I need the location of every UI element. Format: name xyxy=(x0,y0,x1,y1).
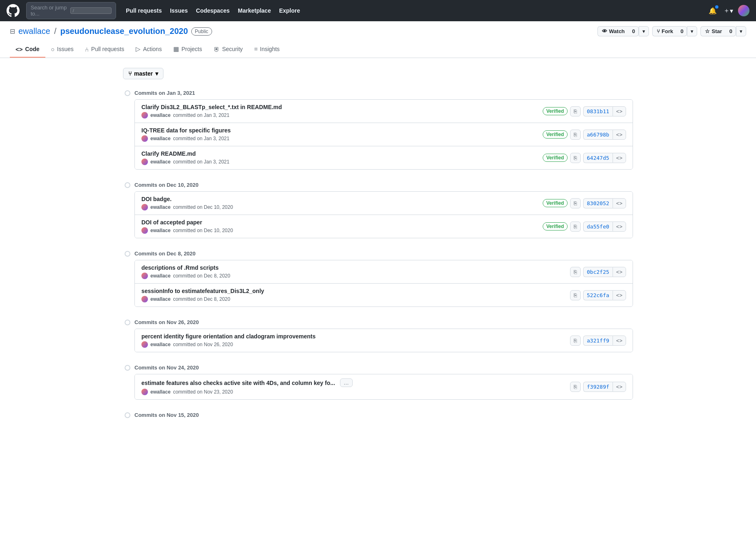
commit-hash-link[interactable]: 0831b11 xyxy=(583,106,613,116)
verified-badge[interactable]: Verified xyxy=(543,154,568,162)
commit-hash-group: 64247d5<> xyxy=(583,153,626,163)
copy-sha-button[interactable]: ⎘ xyxy=(570,290,581,300)
repo-name-link[interactable]: pseudonuclease_evolution_2020 xyxy=(60,27,188,36)
commit-author-name[interactable]: ewallace xyxy=(150,112,170,118)
codespaces-link[interactable]: Codespaces xyxy=(193,6,233,16)
browse-files-button[interactable]: <> xyxy=(613,153,626,163)
commit-author-name[interactable]: ewallace xyxy=(150,136,170,141)
commit-message-link[interactable]: IQ-TREE data for specific figures xyxy=(141,127,231,134)
commit-message-link[interactable]: percent identity figure orientation and … xyxy=(141,333,315,340)
star-button[interactable]: ☆ Star xyxy=(700,26,726,36)
commit-group: Commits on Nov 24, 2020estimate features… xyxy=(123,362,633,400)
search-bar[interactable]: Search or jump to... / xyxy=(26,2,116,19)
commit-message-link[interactable]: sessionInfo to estimatefeatures_Dis3L2_o… xyxy=(141,288,264,294)
commit-actions: ⎘0bc2f25<> xyxy=(570,267,626,277)
create-button[interactable]: ＋ ▾ xyxy=(722,5,735,17)
commit-date: committed on Nov 26, 2020 xyxy=(173,342,233,347)
commit-hash-link[interactable]: a321ff9 xyxy=(583,336,613,346)
watch-label: Watch xyxy=(609,28,625,34)
commit-hash-link[interactable]: 522c6fa xyxy=(583,290,613,300)
commit-hash-link[interactable]: da55fe0 xyxy=(583,222,613,232)
tab-issues[interactable]: ○ Issues xyxy=(45,41,80,58)
commit-message-link[interactable]: Clarify README.md xyxy=(141,150,196,157)
commit-message-link[interactable]: DOI of accepted paper xyxy=(141,219,202,226)
top-navigation: Search or jump to... / Pull requests Iss… xyxy=(0,0,756,21)
commit-message: descriptions of .Rmd scripts xyxy=(141,264,570,271)
fork-button[interactable]: ⑂ Fork xyxy=(652,26,677,36)
commit-author-name[interactable]: ewallace xyxy=(150,228,170,233)
watch-count[interactable]: 0 xyxy=(629,26,639,36)
github-logo[interactable] xyxy=(7,4,20,17)
verified-badge[interactable]: Verified xyxy=(543,107,568,115)
commit-author-name[interactable]: ewallace xyxy=(150,342,170,347)
commit-author-avatar xyxy=(141,204,148,210)
commit-hash-group: 522c6fa<> xyxy=(583,290,626,300)
repo-header: ⊟ ewallace / pseudonuclease_evolution_20… xyxy=(0,21,756,58)
browse-files-button[interactable]: <> xyxy=(613,290,626,300)
commit-author-name[interactable]: ewallace xyxy=(150,159,170,165)
tab-pull-requests[interactable]: ⑃ Pull requests xyxy=(79,41,130,58)
commit-author-name[interactable]: ewallace xyxy=(150,296,170,302)
watch-dropdown[interactable]: ▾ xyxy=(639,26,649,36)
commit-info: DOI badge.ewallacecommitted on Dec 10, 2… xyxy=(141,196,543,210)
browse-files-button[interactable]: <> xyxy=(613,336,626,346)
browse-files-button[interactable]: <> xyxy=(613,267,626,277)
copy-sha-button[interactable]: ⎘ xyxy=(570,153,581,163)
commit-message: percent identity figure orientation and … xyxy=(141,333,570,340)
copy-sha-button[interactable]: ⎘ xyxy=(570,198,581,208)
browse-files-button[interactable]: <> xyxy=(613,222,626,232)
code-tab-icon: <> xyxy=(16,46,23,53)
tab-actions[interactable]: ▷ Actions xyxy=(130,41,168,58)
commit-hash-link[interactable]: 0bc2f25 xyxy=(583,267,613,277)
tab-insights[interactable]: ⌗ Insights xyxy=(248,41,285,58)
commit-message-link[interactable]: Clarify Dis3L2_BLASTp_select_*.txt in RE… xyxy=(141,104,282,110)
star-dropdown[interactable]: ▾ xyxy=(736,26,746,36)
tab-projects[interactable]: ▦ Projects xyxy=(168,41,208,58)
commit-hash-link[interactable]: 64247d5 xyxy=(583,153,613,163)
copy-sha-button[interactable]: ⎘ xyxy=(570,222,581,232)
pull-requests-link[interactable]: Pull requests xyxy=(123,6,165,16)
branch-selector[interactable]: ⑂ master ▾ xyxy=(123,68,163,79)
fork-dropdown[interactable]: ▾ xyxy=(687,26,697,36)
issues-link[interactable]: Issues xyxy=(167,6,191,16)
commit-hash-link[interactable]: a66798b xyxy=(583,130,613,140)
star-count[interactable]: 0 xyxy=(726,26,736,36)
verified-badge[interactable]: Verified xyxy=(543,222,568,230)
verified-badge[interactable]: Verified xyxy=(543,199,568,207)
browse-files-button[interactable]: <> xyxy=(613,198,626,208)
browse-files-button[interactable]: <> xyxy=(613,382,626,392)
copy-sha-button[interactable]: ⎘ xyxy=(570,267,581,277)
user-avatar[interactable] xyxy=(738,5,749,16)
copy-sha-button[interactable]: ⎘ xyxy=(570,382,581,392)
commit-meta: ewallacecommitted on Jan 3, 2021 xyxy=(141,159,543,165)
explore-link[interactable]: Explore xyxy=(276,6,303,16)
commit-ellipsis-button[interactable]: … xyxy=(340,378,353,387)
tab-security[interactable]: ⛨ Security xyxy=(208,41,249,58)
browse-files-button[interactable]: <> xyxy=(613,130,626,140)
copy-sha-button[interactable]: ⎘ xyxy=(570,336,581,346)
marketplace-link[interactable]: Marketplace xyxy=(235,6,274,16)
owner-link[interactable]: ewallace xyxy=(18,27,50,36)
commit-author-name[interactable]: ewallace xyxy=(150,204,170,210)
watch-button[interactable]: 👁 Watch xyxy=(597,26,629,36)
copy-sha-button[interactable]: ⎘ xyxy=(570,106,581,116)
browse-files-button[interactable]: <> xyxy=(613,106,626,116)
fork-count[interactable]: 0 xyxy=(677,26,687,36)
commit-hash-link[interactable]: 8302052 xyxy=(583,198,613,208)
repo-actions: 👁 Watch 0 ▾ ⑂ Fork 0 ▾ ☆ Star xyxy=(597,26,746,36)
notifications-button[interactable]: 🔔 xyxy=(707,5,718,16)
commit-message-link[interactable]: descriptions of .Rmd scripts xyxy=(141,264,219,271)
commit-meta: ewallacecommitted on Jan 3, 2021 xyxy=(141,135,543,142)
commit-row: Clarify README.mdewallacecommitted on Ja… xyxy=(135,146,633,169)
commit-message-link[interactable]: DOI badge. xyxy=(141,196,172,202)
create-dropdown-icon: ▾ xyxy=(730,7,733,15)
verified-badge[interactable]: Verified xyxy=(543,130,568,139)
commit-hash-group: 0831b11<> xyxy=(583,106,626,116)
commit-hash-link[interactable]: f39289f xyxy=(583,382,613,392)
tab-code[interactable]: <> Code xyxy=(10,41,45,58)
commit-message-link[interactable]: estimate features also checks active sit… xyxy=(141,380,335,386)
commit-author-name[interactable]: ewallace xyxy=(150,273,170,279)
commit-author-name[interactable]: ewallace xyxy=(150,389,170,395)
copy-sha-button[interactable]: ⎘ xyxy=(570,130,581,140)
commit-message: estimate features also checks active sit… xyxy=(141,378,570,387)
